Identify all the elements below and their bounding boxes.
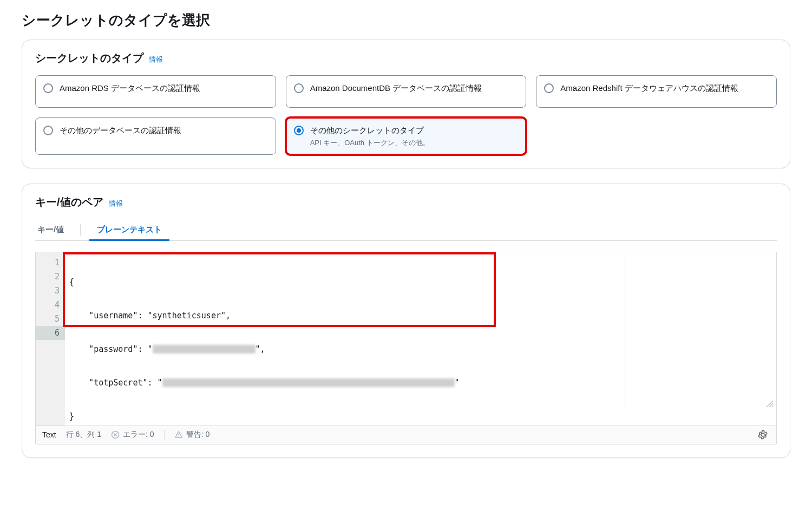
- tab-key-value[interactable]: キー/値: [35, 219, 66, 240]
- code-line: "password": "",: [69, 342, 776, 356]
- code-line: }: [69, 409, 776, 423]
- info-link[interactable]: 情報: [109, 199, 123, 208]
- warning-icon: [174, 430, 183, 439]
- secret-type-panel: シークレットのタイプ 情報 Amazon RDS データベースの認証情報 Ama…: [22, 40, 790, 168]
- info-link[interactable]: 情報: [149, 55, 163, 64]
- code-line: {: [69, 275, 776, 289]
- radio-label: その他のシークレットのタイプ: [310, 126, 424, 135]
- radio-option-rds[interactable]: Amazon RDS データベースの認証情報: [35, 75, 276, 108]
- radio-option-documentdb[interactable]: Amazon DocumentDB データベースの認証情報: [286, 75, 527, 108]
- tab-divider: [80, 224, 81, 235]
- kv-panel: キー/値のペア 情報 キー/値 プレーンテキスト 1 2 3 4 5 6 { "…: [22, 184, 790, 458]
- radio-icon: [294, 83, 304, 93]
- editor-gutter: 1 2 3 4 5 6: [36, 252, 65, 426]
- radio-label: Amazon RDS データベースの認証情報: [60, 83, 200, 93]
- code-area[interactable]: { "username": "syntheticsuser", "passwor…: [65, 252, 776, 426]
- tab-plaintext[interactable]: プレーンテキスト: [95, 219, 164, 240]
- radio-label: その他のデータベースの認証情報: [60, 126, 181, 135]
- radio-option-other-secret[interactable]: その他のシークレットのタイプ API キー、OAuth トークン、その他。: [286, 117, 527, 155]
- radio-label: Amazon Redshift データウェアハウスの認証情報: [560, 83, 738, 93]
- line-number-current: 6: [36, 326, 65, 340]
- svg-point-2: [178, 436, 179, 437]
- redacted-value: [162, 378, 455, 387]
- line-number: 4: [36, 298, 60, 312]
- code-line: "username": "syntheticsuser",: [69, 309, 776, 323]
- line-number: 2: [36, 270, 60, 284]
- radio-icon: [43, 126, 53, 135]
- radio-icon: [294, 126, 304, 135]
- line-number: 5: [36, 312, 60, 326]
- code-line: "totpSecret": "": [69, 376, 776, 390]
- page-title: シークレットのタイプを選択: [22, 11, 790, 30]
- panel-header: シークレットのタイプ 情報: [35, 51, 777, 66]
- radio-icon: [544, 83, 554, 93]
- radio-sublabel: API キー、OAuth トークン、その他。: [310, 138, 430, 148]
- radio-icon: [43, 83, 53, 93]
- secret-type-title: シークレットのタイプ: [35, 51, 143, 66]
- code-editor[interactable]: 1 2 3 4 5 6 { "username": "syntheticsuse…: [35, 252, 777, 444]
- resize-handle-icon[interactable]: [765, 400, 774, 408]
- error-icon: [111, 430, 120, 439]
- redacted-value: [153, 345, 256, 354]
- radio-option-other-db[interactable]: その他のデータベースの認証情報: [35, 117, 276, 155]
- editor-mode: Text: [42, 430, 56, 439]
- line-number: 1: [36, 256, 60, 270]
- kv-tabs: キー/値 プレーンテキスト: [35, 219, 777, 241]
- radio-label: Amazon DocumentDB データベースの認証情報: [310, 83, 482, 93]
- radio-option-redshift[interactable]: Amazon Redshift データウェアハウスの認証情報: [536, 75, 777, 108]
- panel-header: キー/値のペア 情報: [35, 195, 777, 210]
- line-number: 3: [36, 284, 60, 298]
- kv-title: キー/値のペア: [35, 195, 103, 210]
- secret-type-options: Amazon RDS データベースの認証情報 Amazon DocumentDB…: [35, 75, 777, 155]
